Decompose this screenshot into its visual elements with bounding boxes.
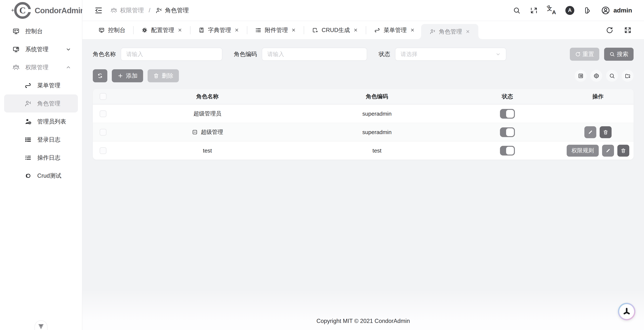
row-actions: [562, 126, 634, 138]
translate-icon[interactable]: 文 A: [547, 6, 556, 15]
sidebar-item-admin-list[interactable]: 管理员列表: [4, 112, 78, 131]
filter-status: 状态 请选择: [379, 48, 506, 61]
font-size-badge-icon[interactable]: A: [565, 6, 574, 15]
status-toggle[interactable]: [500, 146, 515, 155]
edit-button[interactable]: [602, 145, 614, 157]
tab-attachment-management[interactable]: 附件管理: [249, 21, 302, 39]
delete-row-button[interactable]: [600, 126, 612, 138]
sidebar-item-system-management[interactable]: 系统管理: [4, 40, 78, 58]
tab-console[interactable]: 控制台: [92, 21, 132, 39]
sidebar-item-permission-management[interactable]: 权限管理: [4, 58, 78, 76]
tab-label: 配置管理: [151, 26, 174, 34]
tab-config-management[interactable]: 配置管理: [135, 21, 188, 39]
header-actions: 文 A A admin: [513, 5, 632, 15]
delete-row-button[interactable]: [617, 145, 629, 157]
list-icon: [255, 27, 262, 33]
delete-button[interactable]: 删除: [148, 69, 179, 82]
toggle-search-button[interactable]: [606, 70, 618, 82]
search-button[interactable]: 搜索: [604, 48, 634, 61]
sidebar-item-operation-log[interactable]: 操作日志: [4, 149, 78, 167]
status-toggle[interactable]: [500, 127, 515, 137]
sidebar-item-console[interactable]: 控制台: [4, 22, 78, 40]
sidebar-item-label: 系统管理: [25, 45, 48, 53]
export-button[interactable]: [622, 70, 634, 82]
sidebar-collapse-icon[interactable]: [94, 6, 103, 15]
close-icon[interactable]: [234, 28, 239, 32]
sidebar-item-login-log[interactable]: 登录日志: [4, 131, 78, 149]
tab-label: 角色管理: [439, 28, 462, 35]
row-checkbox[interactable]: [100, 110, 106, 117]
tab-label: 附件管理: [265, 26, 288, 34]
edit-button[interactable]: [584, 126, 596, 138]
pencil-icon: [588, 129, 593, 135]
header: 权限管理 / 角色管理: [82, 0, 644, 21]
logo-letter: C: [14, 2, 31, 19]
refresh-icon[interactable]: [606, 26, 614, 34]
status-select-placeholder: 请选择: [401, 50, 418, 58]
sidebar-item-role-management[interactable]: 角色管理: [4, 94, 78, 112]
tab-crud-generator[interactable]: CRUD生成: [306, 21, 364, 39]
close-icon[interactable]: [410, 28, 415, 32]
close-icon[interactable]: [291, 28, 296, 32]
table-toolbar: 添加 删除: [93, 69, 634, 82]
book-icon: [198, 27, 204, 33]
gear-icon: [142, 27, 148, 33]
fullscreen-content-icon[interactable]: [624, 26, 632, 34]
role-name-label: 角色名称: [93, 50, 116, 58]
search-icon: [609, 51, 615, 57]
tab-bar-actions: [606, 26, 644, 34]
refresh-table-button[interactable]: [93, 69, 107, 82]
vue-logo-icon: [38, 324, 44, 330]
user-menu[interactable]: admin: [601, 5, 632, 15]
column-settings-button[interactable]: [575, 70, 586, 82]
close-icon[interactable]: [466, 29, 470, 34]
sidebar-item-crud-test[interactable]: Crud测试: [4, 167, 78, 185]
theme-drawer-handle[interactable]: [34, 320, 48, 330]
row-checkbox[interactable]: [100, 147, 106, 154]
role-code-label: 角色编码: [234, 50, 257, 58]
table-config-button[interactable]: [590, 70, 602, 82]
sidebar-item-menu-management[interactable]: 菜单管理: [4, 76, 78, 94]
close-icon[interactable]: [353, 28, 358, 32]
logo-mark-icon: C: [11, 1, 30, 20]
sidebar-item-label: 权限管理: [25, 63, 48, 71]
search-icon[interactable]: [513, 6, 521, 14]
sidebar-item-label: 登录日志: [37, 136, 60, 144]
chevron-down-icon: [496, 51, 501, 57]
permission-rules-button[interactable]: 权限规则: [567, 145, 599, 157]
system-monitor-gear-icon: [12, 46, 20, 53]
trash-icon: [153, 73, 159, 79]
fullscreen-icon[interactable]: [530, 6, 538, 14]
reset-button[interactable]: 重置: [570, 48, 599, 61]
close-icon[interactable]: [178, 28, 182, 32]
sidebar-item-label: 操作日志: [37, 154, 60, 162]
app-title: CondorAdmin: [35, 6, 85, 15]
tab-menu-management[interactable]: 菜单管理: [368, 21, 421, 39]
add-button[interactable]: 添加: [112, 69, 143, 82]
role-name-cell: 超级管理员: [113, 110, 302, 117]
sidebar-item-label: 角色管理: [37, 100, 60, 107]
operation-log-list-icon: [24, 154, 32, 161]
floating-helper-button[interactable]: [618, 303, 636, 320]
row-actions: 权限规则: [562, 145, 634, 157]
select-all-checkbox[interactable]: [100, 93, 106, 100]
role-code-cell: superadmin: [302, 111, 452, 117]
theme-swatch-icon[interactable]: [584, 6, 592, 14]
trash-icon: [620, 148, 626, 153]
row-checkbox[interactable]: [100, 129, 106, 136]
status-toggle[interactable]: [500, 109, 515, 119]
filter-role-name: 角色名称: [93, 48, 222, 61]
breadcrumb-section[interactable]: 权限管理: [110, 6, 144, 14]
breadcrumb-page-label: 角色管理: [165, 6, 189, 14]
tab-dictionary-management[interactable]: 字典管理: [192, 21, 246, 39]
collapse-minus-square-icon[interactable]: [192, 129, 198, 135]
sidebar-item-label: 管理员列表: [37, 118, 66, 125]
gear-icon: [593, 73, 600, 79]
role-code-input[interactable]: [262, 48, 367, 61]
status-select[interactable]: 请选择: [395, 48, 506, 61]
login-log-list-icon: [24, 136, 32, 143]
role-user-icon: [155, 7, 162, 14]
tab-label: CRUD生成: [322, 26, 350, 34]
role-name-input[interactable]: [121, 48, 222, 61]
tab-role-management[interactable]: 角色管理: [421, 24, 478, 39]
